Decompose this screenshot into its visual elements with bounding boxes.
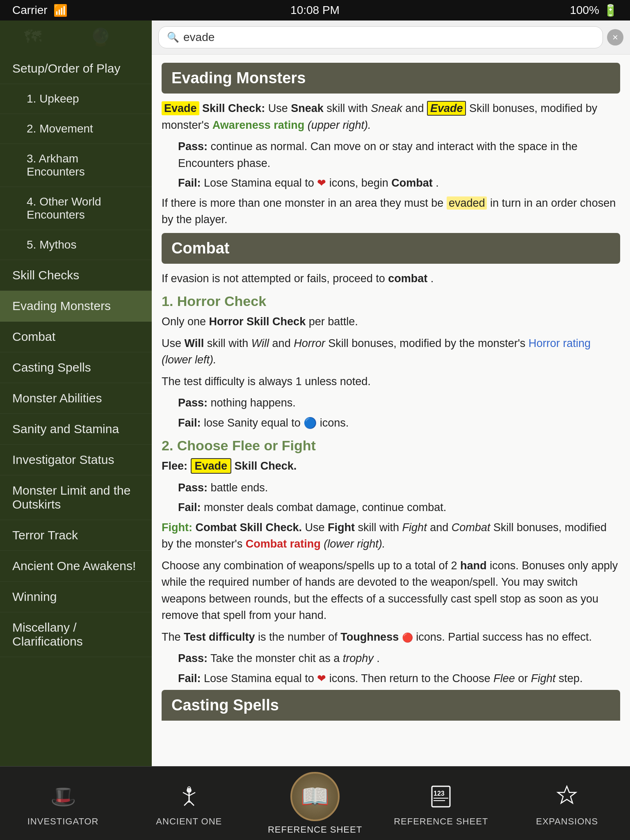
hand-bold: hand	[460, 559, 487, 572]
sidebar: Setup/Order of Play 1. Upkeep 2. Movemen…	[0, 21, 152, 766]
main-container: Setup/Order of Play 1. Upkeep 2. Movemen…	[0, 21, 630, 766]
sidebar-item-winning[interactable]: Winning	[0, 582, 152, 612]
sidebar-item-ancient-one[interactable]: Ancient One Awakens!	[0, 551, 152, 582]
multi-monster-text: If there is more than one monster in an …	[162, 197, 447, 209]
casting-spells-partial-header: Casting Spells	[162, 690, 620, 721]
flee-pass-paragraph: Pass: battle ends.	[178, 479, 620, 496]
or-text: or	[518, 672, 531, 685]
will-bold: Will	[185, 337, 204, 349]
fight-label: Fight:	[162, 521, 195, 534]
fight-skill-text: skill with	[358, 521, 402, 534]
horror-check-header: 1. Horror Check	[162, 293, 620, 309]
sidebar-item-mythos[interactable]: 5. Mythos	[0, 230, 152, 260]
fight-paragraph: Fight: Combat Skill Check. Use Fight ski…	[162, 519, 620, 552]
tough-pass-body: Take the monster chit as a	[210, 652, 343, 664]
search-input-container[interactable]: 🔍 evade	[158, 26, 603, 48]
horror-check-p1: Only one Horror Skill Check per battle.	[162, 313, 620, 330]
fight-lower-right: (lower right).	[324, 538, 385, 550]
combat-bold-1: Combat	[391, 177, 433, 189]
toughness-bold: Toughness	[340, 631, 399, 643]
sidebar-item-otherworld[interactable]: 4. Other World Encounters	[0, 187, 152, 230]
sidebar-item-evading[interactable]: Evading Monsters	[0, 291, 152, 322]
tough-pass-end: .	[377, 652, 380, 664]
sneak-bold: Sneak	[291, 102, 324, 114]
horror-check-body1-end: per battle.	[309, 315, 358, 328]
evade-highlight-1: Evade	[162, 101, 199, 115]
status-left: Carrier 📶	[12, 4, 68, 17]
tough-fail-end: step.	[559, 672, 583, 685]
fail-paragraph-1: Fail: Lose Stamina equal to ❤ icons, beg…	[178, 175, 620, 192]
tough-fail-body: Lose Stamina equal to	[204, 672, 317, 685]
ancient-one-icon	[173, 780, 205, 813]
sidebar-item-sanity-stamina[interactable]: Sanity and Stamina	[0, 414, 152, 445]
horror-skill-bold: Horror Skill Check	[209, 315, 306, 328]
horror-fail-paragraph: Fail: lose Sanity equal to 🔵 icons.	[178, 415, 620, 431]
fail-end-1: .	[436, 177, 439, 189]
tab-investigator[interactable]: 🎩 Investigator	[0, 780, 126, 827]
evade-body-text: Use	[268, 102, 291, 114]
sidebar-item-movement[interactable]: 2. Movement	[0, 114, 152, 144]
flee-fight-header: 2. Choose Flee or Fight	[162, 438, 620, 454]
horror-use-text: Use	[162, 337, 185, 349]
fight-use-text: Use	[305, 521, 328, 534]
tough-is-text: is the number of	[258, 631, 340, 643]
tough-the: The	[162, 631, 184, 643]
fight-bold: Fight	[328, 521, 355, 534]
wifi-icon: 📶	[53, 4, 68, 17]
horror-pass-label: Pass:	[178, 397, 208, 409]
sidebar-item-miscellany[interactable]: Miscellany / Clarifications	[0, 612, 152, 657]
flee-pass-body: battle ends.	[211, 482, 268, 494]
will-italic: Will	[251, 337, 269, 349]
sidebar-item-investigator-status[interactable]: Investigator Status	[0, 445, 152, 475]
svg-line-4	[184, 801, 189, 806]
tab-reference-sheet[interactable]: 123 Reference Sheet	[378, 780, 504, 827]
sidebar-item-terror-track[interactable]: Terror Track	[0, 520, 152, 551]
tab-ancient-one[interactable]: Ancient One	[126, 780, 252, 827]
sidebar-item-skillchecks[interactable]: Skill Checks	[0, 260, 152, 291]
fail-body-1b: icons, begin	[329, 177, 392, 189]
pass-paragraph-1: Pass: continue as normal. Can move on or…	[178, 138, 620, 171]
tab-ancient-one-label: Ancient One	[156, 816, 222, 827]
tough-pass-paragraph: Pass: Take the monster chit as a trophy …	[178, 650, 620, 667]
search-clear-button[interactable]: ×	[607, 29, 623, 46]
search-value: evade	[183, 31, 215, 44]
tough-fail-label: Fail:	[178, 672, 201, 685]
evade-italic-highlight: Evade	[427, 101, 466, 116]
horror-check-body1: Only one	[162, 315, 209, 328]
sidebar-item-setup[interactable]: Setup/Order of Play	[0, 53, 152, 84]
sidebar-item-casting[interactable]: Casting Spells	[0, 352, 152, 383]
horror-lower-left: (lower left).	[162, 354, 217, 366]
svg-text:123: 123	[434, 790, 445, 797]
sanity-icon-1: 🔵	[304, 417, 317, 429]
tab-reference-center[interactable]: 📖 Reference Sheet	[252, 772, 378, 835]
evade-skill-text: skill with	[326, 102, 371, 114]
sidebar-item-upkeep[interactable]: 1. Upkeep	[0, 84, 152, 114]
evade-flee-highlight: Evade	[191, 458, 232, 474]
tough-paragraph: The Test difficulty is the number of Tou…	[162, 629, 620, 646]
sidebar-item-monster-limit[interactable]: Monster Limit and the Outskirts	[0, 475, 152, 520]
horror-skill-text: skill with	[207, 337, 251, 349]
tab-reference-label: Reference Sheet	[268, 824, 362, 835]
fail-label-1: Fail:	[178, 177, 201, 189]
toughness-icon: 🔴	[402, 632, 413, 643]
tough-fail-body2: icons. Then return to the Choose	[329, 672, 493, 685]
flee-fail-label: Fail:	[178, 501, 201, 514]
horror-rating-text: Horror rating	[529, 337, 591, 349]
sidebar-item-arkham[interactable]: 3. Arkham Encounters	[0, 144, 152, 187]
heart-icon-2: ❤	[317, 672, 326, 685]
svg-line-2	[183, 792, 189, 796]
horror-fail-end: icons.	[320, 417, 349, 429]
content-body: Evading Monsters Evade Skill Check: Use …	[152, 55, 630, 766]
combat-intro-paragraph: If evasion is not attempted or fails, pr…	[162, 270, 620, 287]
casting-spells-partial-text: Casting Spells	[171, 696, 279, 714]
sidebar-item-combat[interactable]: Combat	[0, 322, 152, 352]
status-right: 100% 🔋	[570, 4, 618, 17]
flee-pass-label: Pass:	[178, 482, 208, 494]
sidebar-item-monster-abilities[interactable]: Monster Abilities	[0, 383, 152, 414]
horror-pass-paragraph: Pass: nothing happens.	[178, 395, 620, 411]
search-bar: 🔍 evade ×	[152, 21, 630, 55]
battery-icon: 🔋	[603, 4, 618, 17]
upper-right-text: (upper right).	[308, 119, 371, 131]
tab-expansions[interactable]: Expansions	[504, 780, 630, 827]
horror-fail-body: lose Sanity equal to	[204, 417, 304, 429]
